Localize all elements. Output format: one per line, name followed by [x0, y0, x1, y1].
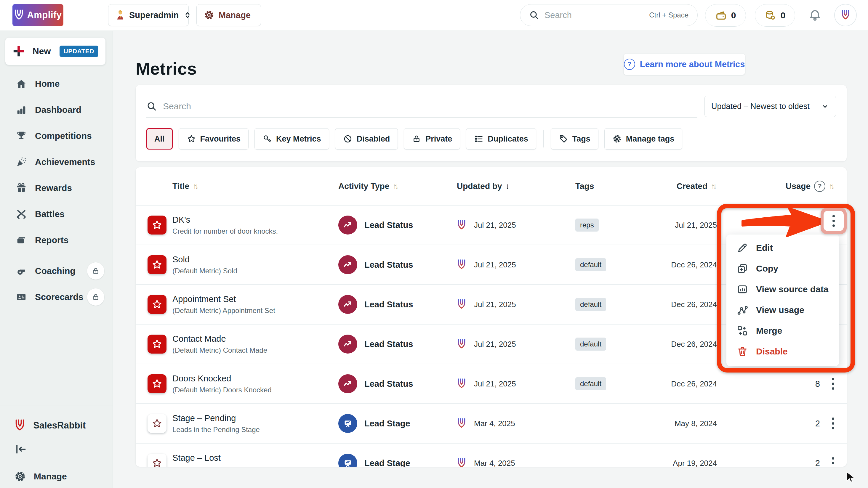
column-usage[interactable]: Usage ? ↑↓ — [721, 181, 847, 192]
metric-title[interactable]: Doors Knocked — [173, 374, 338, 384]
menu-item-disable[interactable]: Disable — [726, 341, 839, 362]
metric-subtitle: (Default Metric) Doors Knocked — [173, 386, 338, 394]
topbar: Amplify Superadmin Manage Search Ctrl + … — [0, 0, 868, 31]
lead-stage-icon — [338, 414, 357, 433]
menu-item-view-usage[interactable]: View usage — [726, 300, 839, 320]
row-menu-button[interactable] — [824, 374, 842, 393]
new-button[interactable]: New UPDATED — [5, 38, 105, 65]
row-menu-button[interactable] — [824, 454, 842, 467]
global-search-input[interactable]: Search Ctrl + Space — [520, 4, 698, 26]
filter-chips: All Favourites Key Metrics Disabled Priv… — [146, 128, 682, 150]
search-shortcut: Ctrl + Space — [649, 11, 688, 19]
salesrabbit-logo-icon — [14, 419, 26, 432]
merge-icon — [737, 325, 748, 337]
sidebar-item-scorecards[interactable]: Scorecards — [0, 284, 113, 310]
favourite-star-button[interactable] — [148, 295, 166, 314]
metric-title[interactable]: Stage – Pending — [173, 413, 338, 423]
collapse-sidebar-icon[interactable] — [14, 443, 27, 456]
bar-chart-icon — [16, 104, 27, 116]
user-avatar[interactable] — [834, 4, 857, 26]
metric-title[interactable]: Appointment Set — [173, 294, 338, 304]
metric-subtitle: Leads in the Lost Stage — [173, 465, 338, 467]
chip-duplicates[interactable]: Duplicates — [466, 128, 536, 150]
column-activity-type[interactable]: Activity Type↑↓ — [338, 182, 457, 191]
menu-item-edit[interactable]: Edit — [726, 237, 839, 258]
menu-item-merge[interactable]: Merge — [726, 320, 839, 341]
table-row[interactable]: Doors Knocked(Default Metric) Doors Knoc… — [136, 364, 847, 404]
chip-favourites[interactable]: Favourites — [179, 128, 249, 150]
document-chart-icon — [737, 283, 748, 295]
sidebar-item-rewards[interactable]: Rewards — [0, 175, 113, 201]
up-down-chevrons-icon — [183, 10, 192, 20]
topbar-manage-button[interactable]: Manage — [196, 4, 261, 26]
metrics-search-input[interactable]: Search — [146, 96, 698, 118]
sidebar-divider — [0, 405, 113, 405]
learn-more-button[interactable]: ? Learn more about Metrics — [624, 54, 745, 75]
updated-by-rabbit-icon — [457, 259, 466, 271]
sidebar-item-coaching[interactable]: Coaching — [0, 258, 113, 284]
trophy-icon — [16, 130, 27, 142]
favourite-star-button[interactable] — [148, 454, 166, 467]
sidebar-item-battles[interactable]: Battles — [0, 201, 113, 227]
metric-title[interactable]: DK's — [173, 215, 338, 225]
wallet-balance-button[interactable]: 0 — [705, 4, 746, 27]
sidebar-item-reports[interactable]: Reports — [0, 227, 113, 253]
help-icon[interactable]: ? — [814, 181, 825, 192]
scorecard-icon — [16, 291, 27, 303]
favourite-star-button[interactable] — [148, 335, 166, 354]
salesrabbit-brand[interactable]: SalesRabbit — [0, 413, 86, 438]
sort-icon[interactable]: ↑↓ — [193, 182, 199, 191]
metric-subtitle: (Default Metric) Sold — [173, 267, 338, 275]
lead-status-icon — [338, 335, 357, 354]
metric-title[interactable]: Contact Made — [173, 334, 338, 344]
metric-subtitle: Leads in the Pending Stage — [173, 425, 338, 434]
sort-dropdown[interactable]: Updated – Newest to oldest — [705, 96, 836, 117]
list-icon — [474, 134, 484, 143]
menu-item-copy[interactable]: Copy — [726, 258, 839, 279]
sidebar-item-competitions[interactable]: Competitions — [0, 123, 113, 149]
favourite-star-button[interactable] — [148, 414, 166, 433]
column-title[interactable]: Title↑↓ — [173, 182, 338, 191]
chip-tags[interactable]: Tags — [551, 128, 598, 150]
search-icon — [529, 10, 539, 20]
sort-desc-icon[interactable]: ↓ — [505, 182, 509, 191]
lead-status-icon — [338, 295, 357, 314]
column-created[interactable]: Created↑↓ — [670, 182, 721, 191]
sidebar: New UPDATED Home Dashboard Competitions … — [0, 31, 113, 488]
menu-item-view-source-data[interactable]: View source data — [726, 279, 839, 300]
row-menu-button[interactable] — [824, 414, 842, 433]
metric-title[interactable]: Stage – Lost — [173, 453, 338, 463]
metric-title[interactable]: Sold — [173, 255, 338, 264]
chip-all[interactable]: All — [146, 128, 173, 150]
chip-key-metrics[interactable]: Key Metrics — [254, 128, 329, 150]
favourite-star-button[interactable] — [148, 374, 166, 393]
tag-badge: default — [575, 258, 606, 271]
sidebar-item-dashboard[interactable]: Dashboard — [0, 97, 113, 123]
table-row[interactable]: Stage – LostLeads in the Lost Stage Lead… — [136, 444, 847, 467]
gift-icon — [16, 182, 27, 194]
role-selector[interactable]: Superadmin — [108, 4, 189, 26]
chip-manage-tags[interactable]: Manage tags — [604, 128, 683, 150]
copy-icon — [737, 263, 748, 274]
notifications-bell-icon[interactable] — [808, 8, 822, 22]
favourite-star-button[interactable] — [148, 255, 166, 274]
sidebar-item-manage[interactable]: Manage — [0, 463, 67, 488]
search-icon — [146, 101, 157, 111]
column-updated-by[interactable]: Updated by↓ — [457, 182, 575, 191]
sort-icon[interactable]: ↑↓ — [393, 182, 399, 191]
trash-icon — [737, 346, 748, 357]
sidebar-item-achievements[interactable]: Achievements — [0, 149, 113, 175]
home-icon — [16, 78, 27, 90]
sort-icon[interactable]: ↑↓ — [829, 182, 835, 191]
sidebar-item-home[interactable]: Home — [0, 71, 113, 97]
amplify-logo[interactable]: Amplify — [12, 4, 63, 26]
sort-icon[interactable]: ↑↓ — [711, 182, 717, 191]
updated-by-rabbit-icon — [457, 298, 466, 310]
highlighted-row-menu-button[interactable] — [820, 208, 847, 234]
chip-disabled[interactable]: Disabled — [335, 128, 398, 150]
chevron-down-icon — [821, 102, 829, 110]
chip-private[interactable]: Private — [404, 128, 460, 150]
favourite-star-button[interactable] — [148, 216, 166, 234]
table-row[interactable]: Stage – PendingLeads in the Pending Stag… — [136, 404, 847, 444]
coins-balance-button[interactable]: 0 — [755, 4, 795, 27]
